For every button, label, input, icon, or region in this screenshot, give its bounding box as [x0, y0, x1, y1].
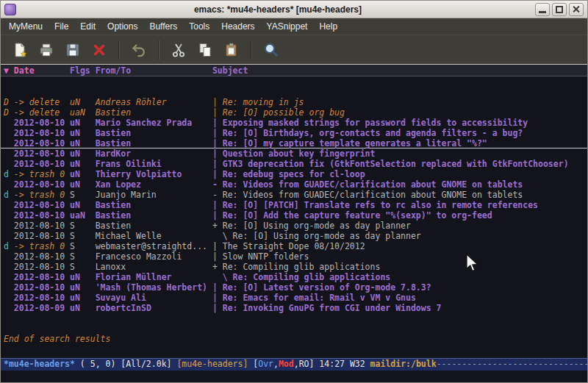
- modeline-segment: ( 5, 0) [All/2.0k]: [75, 359, 176, 369]
- new-file-icon[interactable]: [8, 38, 32, 62]
- modeline-segment: maildir:/bulk: [370, 359, 437, 369]
- sort-indicator: ▼: [4, 65, 14, 76]
- column-header-date: Date: [14, 65, 70, 76]
- message-row[interactable]: 2012-08-10 uN Mario Sanchez Prada | Expo…: [1, 118, 587, 128]
- modeline-segment: ,: [273, 359, 279, 369]
- modeline-segment: *mu4e-headers*: [4, 359, 75, 369]
- message-row[interactable]: 2012-08-10 S Bastien + Re: [O] Using org…: [1, 221, 587, 231]
- message-row[interactable]: 2012-08-10 uN Bastien | Re: [O] [PATCH] …: [1, 200, 587, 210]
- window-controls: [535, 3, 584, 16]
- emacs-app-icon: [4, 4, 16, 15]
- header-line: ▼ Date Flgs From/To Subject: [1, 64, 587, 76]
- message-row[interactable]: D -> delete uN Andreas Röhler | Re: movi…: [1, 97, 587, 107]
- mode-line: *mu4e-headers* ( 5, 0) [All/2.0k] [mu4e-…: [1, 358, 587, 371]
- menu-item-buffers[interactable]: Buffers: [143, 19, 183, 34]
- message-row[interactable]: 2012-08-10 uN HardKor | Question about k…: [1, 148, 587, 159]
- column-header-from: From/To: [96, 65, 212, 76]
- save-icon[interactable]: [61, 38, 85, 62]
- close-icon: [573, 5, 581, 13]
- toolbar-separator: [118, 40, 120, 60]
- message-row[interactable]: d -> trash 0 S webmaster@straightd... | …: [1, 241, 587, 251]
- echo-area[interactable]: [1, 371, 587, 382]
- message-row[interactable]: 2012-08-09 uN robertcInSD | Re: Invoking…: [1, 303, 587, 313]
- end-of-results: End of search results: [1, 334, 587, 344]
- menu-item-options[interactable]: Options: [101, 19, 143, 34]
- message-row[interactable]: 2012-08-10 uN Xan Lopez - Re: Videos fro…: [1, 179, 587, 190]
- minimize-icon: [539, 11, 546, 13]
- toolbar-separator: [158, 40, 159, 60]
- modeline-segment: Mod: [279, 359, 294, 369]
- message-row[interactable]: 2012-08-10 uaN Bastien | Re: [O] Add the…: [1, 210, 587, 221]
- column-header-flags: Flgs: [70, 65, 96, 76]
- message-row[interactable]: 2012-08-10 uN Florian Müllner \ Re: Comp…: [1, 272, 587, 282]
- maximize-button[interactable]: [552, 3, 567, 16]
- menu-item-help[interactable]: Help: [313, 19, 343, 34]
- modeline-segment: [: [248, 359, 258, 369]
- modeline-segment: RO: [299, 359, 309, 369]
- message-row[interactable]: D -> delete uaN Bastien | Re: [O] possib…: [1, 107, 587, 118]
- headers-buffer: D -> delete uN Andreas Röhler | Re: movi…: [1, 76, 587, 358]
- column-header-subject: Subject: [212, 65, 248, 76]
- minimize-button[interactable]: [535, 3, 550, 16]
- undo-icon: [127, 38, 151, 62]
- close-button[interactable]: [569, 3, 584, 16]
- message-row[interactable]: 2012-08-10 uN Suvayu Ali | Re: Emacs for…: [1, 293, 587, 303]
- copy-icon[interactable]: [193, 38, 217, 62]
- message-row[interactable]: d -> trash 0 S Juanjo Marin - Re: Videos…: [1, 190, 587, 200]
- maximize-icon: [556, 6, 563, 13]
- modeline-segment: [mu4e-headers]: [176, 359, 248, 369]
- close-icon[interactable]: [87, 38, 111, 62]
- message-row[interactable]: 2012-08-10 S Michael Welle \ Re: [O] Usi…: [1, 231, 587, 241]
- message-row[interactable]: 2012-08-10 uN 'Mash (Thomas Herbert) | R…: [1, 282, 587, 293]
- modeline-segment: ,: [294, 359, 299, 369]
- titlebar[interactable]: emacs: *mu4e-headers* [mu4e-headers]: [1, 1, 587, 18]
- modeline-segment: ] 14:27 W32: [309, 359, 370, 369]
- message-row[interactable]: 2012-08-10 uN Frans Oilinki | GTK3 depre…: [1, 159, 587, 169]
- menu-item-mymenu[interactable]: MyMenu: [3, 19, 49, 34]
- window-title: emacs: *mu4e-headers* [mu4e-headers]: [21, 4, 535, 15]
- tool-bar: [1, 35, 587, 64]
- print-icon[interactable]: [35, 38, 58, 62]
- paste-icon[interactable]: [220, 38, 243, 62]
- message-row[interactable]: 2012-08-10 uN Bastien | Re: [O] Birthday…: [1, 128, 587, 138]
- message-row[interactable]: 2012-08-10 uN Bastien | Re: [O] my captu…: [1, 138, 587, 148]
- menu-bar: MyMenuFileEditOptionsBuffersToolsHeaders…: [1, 18, 587, 35]
- search-icon[interactable]: [259, 38, 283, 62]
- modeline-segment: --------------------------------: [437, 359, 587, 369]
- message-row[interactable]: 2012-08-10 S Francesco Mazzoli | Slow NN…: [1, 251, 587, 262]
- toolbar-separator: [251, 40, 252, 60]
- menu-item-tools[interactable]: Tools: [183, 19, 215, 34]
- modeline-segment: Ovr: [258, 359, 273, 369]
- message-rows: D -> delete uN Andreas Röhler | Re: movi…: [1, 97, 587, 313]
- message-row[interactable]: 2012-08-10 S Lanoxx + Re: Compiling glib…: [1, 262, 587, 272]
- menu-item-headers[interactable]: Headers: [215, 19, 260, 34]
- message-row[interactable]: d -> trash 0 uN Thierry Volpiatto | Re: …: [1, 169, 587, 179]
- menu-item-yasnippet[interactable]: YASnippet: [261, 19, 314, 34]
- menu-item-file[interactable]: File: [49, 19, 74, 34]
- emacs-window: emacs: *mu4e-headers* [mu4e-headers] MyM…: [0, 0, 588, 383]
- menu-item-edit[interactable]: Edit: [74, 19, 101, 34]
- cut-icon[interactable]: [167, 38, 190, 62]
